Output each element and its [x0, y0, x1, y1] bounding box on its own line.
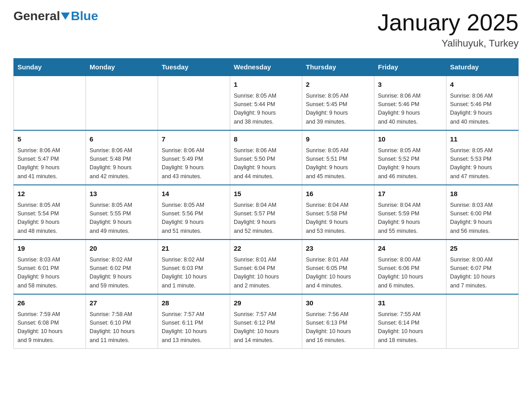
- weekday-header-row: SundayMondayTuesdayWednesdayThursdayFrid…: [14, 59, 519, 76]
- day-info: Sunrise: 8:06 AM Sunset: 5:50 PM Dayligh…: [234, 146, 298, 181]
- weekday-header-tuesday: Tuesday: [158, 59, 230, 76]
- calendar-cell: 4Sunrise: 8:06 AM Sunset: 5:46 PM Daylig…: [446, 76, 519, 130]
- day-info: Sunrise: 8:06 AM Sunset: 5:47 PM Dayligh…: [17, 146, 82, 181]
- calendar-cell: 26Sunrise: 7:59 AM Sunset: 6:08 PM Dayli…: [14, 294, 86, 349]
- day-number: 1: [234, 80, 298, 90]
- week-row-1: 1Sunrise: 8:05 AM Sunset: 5:44 PM Daylig…: [14, 76, 519, 130]
- calendar-subtitle: Yalihuyuk, Turkey: [378, 38, 519, 49]
- logo-triangle-icon: [61, 13, 70, 20]
- calendar-cell: 1Sunrise: 8:05 AM Sunset: 5:44 PM Daylig…: [230, 76, 302, 130]
- day-number: 30: [306, 298, 370, 308]
- weekday-header-friday: Friday: [374, 59, 446, 76]
- day-number: 21: [162, 244, 226, 254]
- day-info: Sunrise: 8:04 AM Sunset: 5:57 PM Dayligh…: [234, 201, 298, 236]
- day-info: Sunrise: 7:57 AM Sunset: 6:11 PM Dayligh…: [162, 310, 226, 345]
- day-number: 19: [17, 244, 82, 254]
- day-info: Sunrise: 8:03 AM Sunset: 6:01 PM Dayligh…: [17, 256, 82, 291]
- day-info: Sunrise: 8:04 AM Sunset: 5:58 PM Dayligh…: [306, 201, 370, 236]
- day-info: Sunrise: 8:05 AM Sunset: 5:52 PM Dayligh…: [378, 146, 442, 181]
- day-info: Sunrise: 8:01 AM Sunset: 6:04 PM Dayligh…: [234, 256, 298, 291]
- day-info: Sunrise: 8:05 AM Sunset: 5:44 PM Dayligh…: [234, 92, 298, 127]
- day-number: 12: [17, 189, 82, 199]
- calendar-cell: 18Sunrise: 8:03 AM Sunset: 6:00 PM Dayli…: [446, 185, 519, 240]
- weekday-header-wednesday: Wednesday: [230, 59, 302, 76]
- day-info: Sunrise: 7:57 AM Sunset: 6:12 PM Dayligh…: [234, 310, 298, 345]
- day-info: Sunrise: 8:02 AM Sunset: 6:03 PM Dayligh…: [162, 256, 226, 291]
- day-number: 13: [90, 189, 154, 199]
- day-info: Sunrise: 8:02 AM Sunset: 6:02 PM Dayligh…: [90, 256, 154, 291]
- day-number: 3: [378, 80, 442, 90]
- day-number: 31: [378, 298, 442, 308]
- calendar-cell: 15Sunrise: 8:04 AM Sunset: 5:57 PM Dayli…: [230, 185, 302, 240]
- day-info: Sunrise: 8:04 AM Sunset: 5:59 PM Dayligh…: [378, 201, 442, 236]
- day-number: 15: [234, 189, 298, 199]
- calendar-cell: 21Sunrise: 8:02 AM Sunset: 6:03 PM Dayli…: [158, 240, 230, 294]
- calendar-cell: 3Sunrise: 8:06 AM Sunset: 5:46 PM Daylig…: [374, 76, 446, 130]
- logo: General Blue: [13, 9, 98, 23]
- day-number: 28: [162, 298, 226, 308]
- calendar-cell: 19Sunrise: 8:03 AM Sunset: 6:01 PM Dayli…: [14, 240, 86, 294]
- week-row-2: 5Sunrise: 8:06 AM Sunset: 5:47 PM Daylig…: [14, 130, 519, 185]
- calendar-cell: 31Sunrise: 7:55 AM Sunset: 6:14 PM Dayli…: [374, 294, 446, 349]
- day-info: Sunrise: 8:05 AM Sunset: 5:55 PM Dayligh…: [90, 201, 154, 236]
- day-number: 23: [306, 244, 370, 254]
- day-info: Sunrise: 7:59 AM Sunset: 6:08 PM Dayligh…: [17, 310, 82, 345]
- day-number: 16: [306, 189, 370, 199]
- day-info: Sunrise: 8:06 AM Sunset: 5:48 PM Dayligh…: [90, 146, 154, 181]
- calendar-cell: 23Sunrise: 8:01 AM Sunset: 6:05 PM Dayli…: [302, 240, 374, 294]
- day-info: Sunrise: 8:00 AM Sunset: 6:06 PM Dayligh…: [378, 256, 442, 291]
- calendar-cell: 27Sunrise: 7:58 AM Sunset: 6:10 PM Dayli…: [86, 294, 158, 349]
- calendar-cell: 29Sunrise: 7:57 AM Sunset: 6:12 PM Dayli…: [230, 294, 302, 349]
- day-info: Sunrise: 8:05 AM Sunset: 5:51 PM Dayligh…: [306, 146, 370, 181]
- day-number: 11: [450, 134, 515, 145]
- week-row-3: 12Sunrise: 8:05 AM Sunset: 5:54 PM Dayli…: [14, 185, 519, 240]
- day-info: Sunrise: 8:06 AM Sunset: 5:49 PM Dayligh…: [162, 146, 226, 181]
- calendar-cell: 6Sunrise: 8:06 AM Sunset: 5:48 PM Daylig…: [86, 130, 158, 185]
- calendar-cell: 9Sunrise: 8:05 AM Sunset: 5:51 PM Daylig…: [302, 130, 374, 185]
- logo-general: General: [13, 9, 60, 23]
- calendar-cell: 8Sunrise: 8:06 AM Sunset: 5:50 PM Daylig…: [230, 130, 302, 185]
- day-number: 25: [450, 244, 515, 254]
- day-info: Sunrise: 7:58 AM Sunset: 6:10 PM Dayligh…: [90, 310, 154, 345]
- day-number: 29: [234, 298, 298, 308]
- day-info: Sunrise: 8:05 AM Sunset: 5:45 PM Dayligh…: [306, 92, 370, 127]
- day-number: 26: [17, 298, 82, 308]
- weekday-header-thursday: Thursday: [302, 59, 374, 76]
- calendar-cell: 2Sunrise: 8:05 AM Sunset: 5:45 PM Daylig…: [302, 76, 374, 130]
- calendar-table: SundayMondayTuesdayWednesdayThursdayFrid…: [13, 58, 519, 349]
- day-info: Sunrise: 8:05 AM Sunset: 5:53 PM Dayligh…: [450, 146, 515, 181]
- week-row-4: 19Sunrise: 8:03 AM Sunset: 6:01 PM Dayli…: [14, 240, 519, 294]
- calendar-cell: [446, 294, 519, 349]
- calendar-cell: [86, 76, 158, 130]
- day-info: Sunrise: 8:05 AM Sunset: 5:54 PM Dayligh…: [17, 201, 82, 236]
- day-number: 14: [162, 189, 226, 199]
- day-number: 27: [90, 298, 154, 308]
- day-number: 4: [450, 80, 515, 90]
- calendar-cell: 24Sunrise: 8:00 AM Sunset: 6:06 PM Dayli…: [374, 240, 446, 294]
- title-block: January 2025 Yalihuyuk, Turkey: [378, 9, 519, 49]
- week-row-5: 26Sunrise: 7:59 AM Sunset: 6:08 PM Dayli…: [14, 294, 519, 349]
- calendar-cell: 11Sunrise: 8:05 AM Sunset: 5:53 PM Dayli…: [446, 130, 519, 185]
- day-number: 10: [378, 134, 442, 145]
- page-header: General Blue January 2025 Yalihuyuk, Tur…: [13, 9, 519, 49]
- calendar-cell: 25Sunrise: 8:00 AM Sunset: 6:07 PM Dayli…: [446, 240, 519, 294]
- day-number: 20: [90, 244, 154, 254]
- calendar-cell: 5Sunrise: 8:06 AM Sunset: 5:47 PM Daylig…: [14, 130, 86, 185]
- day-number: 24: [378, 244, 442, 254]
- day-info: Sunrise: 8:03 AM Sunset: 6:00 PM Dayligh…: [450, 201, 515, 236]
- calendar-cell: 30Sunrise: 7:56 AM Sunset: 6:13 PM Dayli…: [302, 294, 374, 349]
- calendar-cell: 12Sunrise: 8:05 AM Sunset: 5:54 PM Dayli…: [14, 185, 86, 240]
- day-info: Sunrise: 8:06 AM Sunset: 5:46 PM Dayligh…: [450, 92, 515, 127]
- calendar-cell: 7Sunrise: 8:06 AM Sunset: 5:49 PM Daylig…: [158, 130, 230, 185]
- day-number: 22: [234, 244, 298, 254]
- day-number: 18: [450, 189, 515, 199]
- calendar-cell: 16Sunrise: 8:04 AM Sunset: 5:58 PM Dayli…: [302, 185, 374, 240]
- day-number: 2: [306, 80, 370, 90]
- day-number: 9: [306, 134, 370, 145]
- day-number: 8: [234, 134, 298, 145]
- calendar-cell: [14, 76, 86, 130]
- day-number: 17: [378, 189, 442, 199]
- calendar-cell: 22Sunrise: 8:01 AM Sunset: 6:04 PM Dayli…: [230, 240, 302, 294]
- calendar-cell: 14Sunrise: 8:05 AM Sunset: 5:56 PM Dayli…: [158, 185, 230, 240]
- day-info: Sunrise: 8:05 AM Sunset: 5:56 PM Dayligh…: [162, 201, 226, 236]
